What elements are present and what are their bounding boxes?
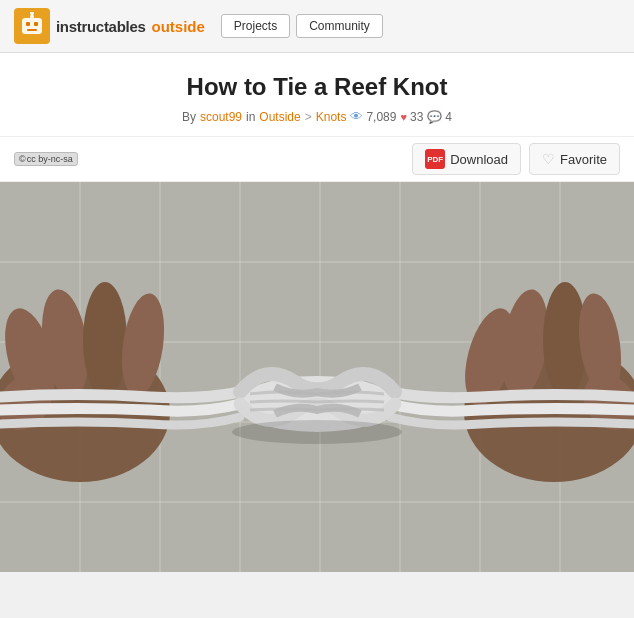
svg-rect-1 — [26, 22, 30, 26]
cc-icon: © — [19, 154, 26, 164]
comments-count: 4 — [445, 110, 452, 124]
site-header: instructables outside Projects Community — [0, 0, 634, 53]
article-content: How to Tie a Reef Knot By scout99 in Out… — [0, 53, 634, 572]
article-title: How to Tie a Reef Knot — [20, 73, 614, 101]
logo-icon — [14, 8, 50, 44]
nav-buttons: Projects Community — [221, 14, 383, 38]
svg-rect-3 — [27, 29, 37, 31]
cc-text: cc by-nc-sa — [27, 154, 73, 164]
comments-stat: 💬 4 — [427, 110, 452, 124]
author-link[interactable]: scout99 — [200, 110, 242, 124]
brand-main: instructables — [56, 18, 145, 35]
download-label: Download — [450, 152, 508, 167]
meta-separator: > — [305, 110, 312, 124]
action-bar: © cc by-nc-sa PDF Download ♡ Favorite — [0, 136, 634, 182]
svg-rect-2 — [34, 22, 38, 26]
heart-icon: ♥ — [400, 111, 407, 123]
community-button[interactable]: Community — [296, 14, 383, 38]
chat-icon: 💬 — [427, 110, 442, 124]
eye-icon: 👁 — [350, 109, 363, 124]
article-header: How to Tie a Reef Knot By scout99 in Out… — [0, 53, 634, 132]
projects-button[interactable]: Projects — [221, 14, 290, 38]
knot-illustration — [0, 182, 634, 572]
cc-badge: © cc by-nc-sa — [14, 152, 78, 166]
category-link[interactable]: Outside — [259, 110, 300, 124]
favorite-button[interactable]: ♡ Favorite — [529, 143, 620, 175]
svg-rect-0 — [22, 18, 42, 34]
likes-stat: ♥ 33 — [400, 110, 423, 124]
article-meta: By scout99 in Outside > Knots 👁 7,089 ♥ … — [20, 109, 614, 124]
svg-point-6 — [30, 12, 34, 15]
svg-point-22 — [83, 282, 127, 398]
logo-area: instructables outside — [14, 8, 205, 44]
favorite-label: Favorite — [560, 152, 607, 167]
svg-point-32 — [232, 420, 402, 444]
meta-by: By — [182, 110, 196, 124]
views-count: 7,089 — [366, 110, 396, 124]
views-stat: 👁 7,089 — [350, 109, 396, 124]
meta-in: in — [246, 110, 255, 124]
favorite-icon: ♡ — [542, 151, 555, 167]
download-button[interactable]: PDF Download — [412, 143, 521, 175]
article-image — [0, 182, 634, 572]
subcategory-link[interactable]: Knots — [316, 110, 347, 124]
brand-section: outside — [151, 18, 204, 35]
action-buttons: PDF Download ♡ Favorite — [412, 143, 620, 175]
cc-license: © cc by-nc-sa — [14, 152, 78, 166]
likes-count: 33 — [410, 110, 423, 124]
pdf-icon: PDF — [425, 149, 445, 169]
